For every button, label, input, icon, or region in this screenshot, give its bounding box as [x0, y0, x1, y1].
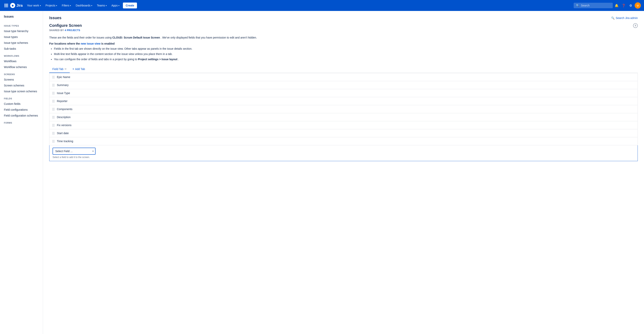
user-avatar[interactable]: U — [634, 2, 641, 9]
field-label-start-date: Start date — [57, 132, 69, 135]
projects-chevron-icon: ▾ — [56, 5, 57, 7]
field-label-time-tracking: Time tracking — [57, 140, 73, 143]
grid-menu-icon[interactable] — [3, 2, 10, 9]
fields-container: Epic Name Summary Issue Type Reporter — [49, 73, 638, 145]
field-row-issue-type: Issue Type — [50, 89, 638, 97]
app-layout: Issues Issue Types Issue type hierarchy … — [0, 11, 644, 334]
svg-rect-2 — [7, 4, 8, 5]
configure-screen-header: Configure Screen SHARED BY 4 PROJECTS ? — [49, 23, 638, 34]
search-icon: 🔍 — [576, 4, 579, 7]
sidebar-item-screen-schemes[interactable]: Screen schemes — [0, 83, 43, 88]
nav-apps[interactable]: Apps ▾ — [110, 3, 121, 8]
drag-handle-issue-type[interactable] — [52, 92, 54, 95]
drag-handle-description[interactable] — [52, 116, 54, 119]
top-navigation: Jira Your work ▾ Projects ▾ Filters ▾ Da… — [0, 0, 644, 11]
field-label-description: Description — [57, 116, 70, 119]
field-row-components: Components — [50, 105, 638, 113]
field-label-summary: Summary — [57, 84, 68, 87]
configure-screen-title: Configure Screen — [49, 23, 82, 28]
select-field-container: Select Field ... ▾ Select a field to add… — [49, 145, 638, 161]
field-label-issue-type: Issue Type — [57, 92, 70, 95]
nav-dashboards[interactable]: Dashboards ▾ — [74, 3, 94, 8]
new-issue-view-info: For locations where the new issue view i… — [49, 42, 638, 61]
nav-filters[interactable]: Filters ▾ — [60, 3, 73, 8]
drag-handle-epic-name[interactable] — [52, 76, 54, 78]
info-bullet-3: You can configure the order of fields an… — [54, 57, 638, 61]
search-bar[interactable]: 🔍 Search — [574, 3, 613, 8]
sidebar-section-issue-types: Issue Types — [0, 22, 43, 28]
sidebar-item-issue-type-hierarchy[interactable]: Issue type hierarchy — [0, 28, 43, 34]
sidebar-item-field-configuration-schemes[interactable]: Field configuration schemes — [0, 113, 43, 119]
info-bullet-1: Fields in the first tab are shown direct… — [54, 47, 638, 51]
field-row-reporter: Reporter — [50, 97, 638, 105]
teams-chevron-icon: ▾ — [106, 5, 107, 7]
field-row-start-date: Start date — [50, 129, 638, 137]
jira-logo[interactable]: Jira — [10, 3, 23, 8]
tab-edit-icon[interactable]: ✏ — [65, 68, 67, 70]
svg-rect-3 — [4, 5, 6, 6]
sidebar-item-custom-fields[interactable]: Custom fields — [0, 101, 43, 107]
sidebar-item-workflow-schemes[interactable]: Workflow schemes — [0, 64, 43, 70]
info-bullets: Fields in the first tab are shown direct… — [49, 47, 638, 61]
main-content: Issues 🔍 Search Jira admin Configure Scr… — [43, 11, 644, 334]
help-button[interactable]: ❓ — [620, 2, 627, 9]
drag-handle-summary[interactable] — [52, 84, 54, 86]
add-tab-plus-icon: + — [72, 67, 74, 71]
page-title: Issues — [49, 16, 61, 20]
sidebar-item-issue-type-screen-schemes[interactable]: Issue type screen schemes — [0, 88, 43, 94]
sidebar-section-workflows: Workflows — [0, 52, 43, 58]
field-label-epic-name: Epic Name — [57, 76, 70, 79]
sidebar-section-screens: Screens — [0, 70, 43, 77]
help-icon[interactable]: ? — [633, 23, 638, 28]
sidebar-section-forms: Forms — [0, 119, 43, 125]
add-tab-button[interactable]: + Add Tab — [70, 65, 88, 73]
notifications-button[interactable]: 🔔 — [614, 2, 620, 9]
field-row-description: Description — [50, 113, 638, 121]
shared-by-projects-link[interactable]: 4 PROJECTS — [65, 29, 80, 32]
field-row-epic-name: Epic Name — [50, 73, 638, 81]
select-field-wrapper: Select Field ... ▾ — [52, 148, 96, 155]
svg-rect-6 — [4, 7, 6, 7]
dashboards-chevron-icon: ▾ — [91, 5, 92, 7]
tab-field-tab[interactable]: Field Tab ✏ — [49, 66, 70, 73]
apps-chevron-icon: ▾ — [118, 5, 120, 7]
sidebar-item-issue-type-schemes[interactable]: Issue type schemes — [0, 40, 43, 46]
sidebar-item-screens[interactable]: Screens — [0, 77, 43, 83]
select-field-hint: Select a field to add it to the screen. — [52, 156, 634, 159]
new-issue-view-link[interactable]: new issue view — [81, 42, 100, 45]
svg-rect-4 — [6, 5, 7, 6]
field-label-fix-versions: Fix versions — [57, 124, 72, 127]
svg-rect-0 — [4, 4, 6, 5]
drag-handle-components[interactable] — [52, 108, 54, 111]
drag-handle-fix-versions[interactable] — [52, 124, 54, 127]
sidebar-item-field-configurations[interactable]: Field configurations — [0, 107, 43, 113]
sidebar-title: Issues — [0, 15, 43, 22]
sidebar-item-sub-tasks[interactable]: Sub-tasks — [0, 46, 43, 52]
sidebar-section-fields: Fields — [0, 94, 43, 101]
drag-handle-reporter[interactable] — [52, 100, 54, 103]
screen-tabs: Field Tab ✏ + Add Tab — [49, 65, 638, 73]
svg-rect-8 — [7, 7, 8, 7]
search-jira-admin-link[interactable]: 🔍 Search Jira admin — [611, 17, 638, 20]
svg-rect-7 — [6, 7, 7, 7]
drag-handle-time-tracking[interactable] — [52, 140, 54, 143]
svg-rect-5 — [7, 5, 8, 6]
info-bullet-2: Multi-line text fields appear in the con… — [54, 52, 638, 56]
nav-projects[interactable]: Projects ▾ — [44, 3, 59, 8]
drag-handle-start-date[interactable] — [52, 132, 54, 135]
nav-your-work[interactable]: Your work ▾ — [25, 3, 43, 8]
create-button[interactable]: Create — [123, 3, 137, 9]
nav-teams[interactable]: Teams ▾ — [95, 3, 109, 8]
field-label-reporter: Reporter — [57, 100, 68, 103]
svg-rect-1 — [6, 4, 7, 5]
configure-screen-description: These are the fields and their order for… — [49, 36, 638, 40]
search-jira-admin-icon: 🔍 — [611, 17, 614, 20]
page-header: Issues 🔍 Search Jira admin — [49, 16, 638, 20]
sidebar-item-workflows[interactable]: Workflows — [0, 58, 43, 64]
field-row-summary: Summary — [50, 81, 638, 89]
settings-button[interactable]: ⚙ — [628, 2, 634, 9]
field-label-components: Components — [57, 108, 72, 111]
shared-by-badge: SHARED BY 4 PROJECTS — [49, 29, 80, 32]
select-field-dropdown[interactable]: Select Field ... — [52, 148, 96, 155]
sidebar-item-issue-types[interactable]: Issue types — [0, 34, 43, 40]
